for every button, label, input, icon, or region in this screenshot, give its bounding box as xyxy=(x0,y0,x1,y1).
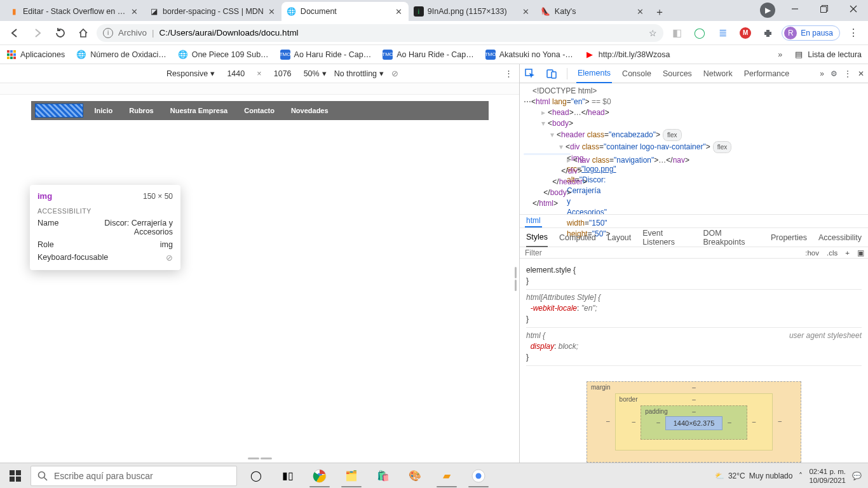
more-tabs-icon[interactable]: » xyxy=(820,69,824,78)
resize-handle-horizontal[interactable] xyxy=(247,455,273,461)
width-input[interactable] xyxy=(222,68,249,79)
gear-icon[interactable]: ⚙ xyxy=(831,69,837,78)
stab-layout[interactable]: Layout xyxy=(607,233,632,242)
minimize-button[interactable] xyxy=(780,0,810,18)
close-icon[interactable]: ✕ xyxy=(268,7,276,16)
menu-button[interactable]: ⋮ xyxy=(844,24,863,43)
tab-katys[interactable]: 👠 Katy's ✕ xyxy=(536,2,650,21)
bookmark-item[interactable]: ▶http://bit.ly/38Wzosa xyxy=(585,50,670,60)
chrome2-icon[interactable] xyxy=(465,463,492,489)
nav-link[interactable]: Contacto xyxy=(244,107,275,114)
device-select[interactable]: Responsive ▾ xyxy=(166,69,215,78)
tab-imgur[interactable]: i 9InAd.png (1157×133) ✕ xyxy=(409,2,536,21)
kebab-icon[interactable]: ⋮ xyxy=(844,69,851,78)
tab-console[interactable]: Console xyxy=(621,64,653,83)
stab-a11y[interactable]: Accessibility xyxy=(818,233,862,242)
stab-styles[interactable]: Styles xyxy=(526,228,548,247)
rotate-icon[interactable]: ⊘ xyxy=(391,69,398,78)
stab-dom-bp[interactable]: DOM Breakpoints xyxy=(703,229,759,247)
overflow-bookmarks-icon[interactable]: » xyxy=(778,50,782,59)
bookmark-item[interactable]: 🌐Número de Oxidaci… xyxy=(76,50,166,60)
maximize-button[interactable] xyxy=(810,0,839,18)
nav-link[interactable]: Rubros xyxy=(129,107,154,114)
tab-network[interactable]: Network xyxy=(702,64,734,83)
tab-stackoverflow[interactable]: ▮ Editar - Stack Overflow en esp ✕ xyxy=(4,2,144,21)
media-control-icon[interactable]: ▶ xyxy=(760,3,775,18)
hov-button[interactable]: :hov xyxy=(801,249,823,257)
cls-button[interactable]: .cls xyxy=(823,249,841,257)
reading-list[interactable]: ▤Lista de lectura xyxy=(794,50,862,60)
new-rule-button[interactable]: + xyxy=(841,249,853,257)
task-view-icon[interactable]: ◯ xyxy=(242,463,270,489)
reload-button[interactable] xyxy=(51,24,70,43)
nav-link[interactable]: Novedades xyxy=(291,107,329,114)
ext-icon-1[interactable]: ◧ xyxy=(667,24,686,43)
close-devtools-icon[interactable]: ✕ xyxy=(858,69,864,78)
crumb-html[interactable]: html xyxy=(525,215,542,227)
forward-button[interactable] xyxy=(28,24,47,43)
resize-handle-vertical[interactable] xyxy=(512,266,519,292)
ext-icon-2[interactable]: ◯ xyxy=(690,24,709,43)
close-icon[interactable]: ✕ xyxy=(395,7,403,16)
tab-document[interactable]: 🌐 Document ✕ xyxy=(281,2,409,21)
tray-chevron-icon[interactable]: ˄ xyxy=(799,471,803,480)
flex-badge[interactable]: flex xyxy=(713,141,732,153)
app-icon[interactable]: 🎨 xyxy=(401,463,429,489)
profile-badge[interactable]: R En pausa xyxy=(782,25,840,41)
device-kebab[interactable]: ⋮ xyxy=(505,69,513,78)
tab-sources[interactable]: Sources xyxy=(661,64,693,83)
star-icon[interactable]: ☆ xyxy=(649,28,657,38)
sublime-icon[interactable]: ▰ xyxy=(433,463,461,489)
stab-computed[interactable]: Computed xyxy=(559,233,596,242)
clock[interactable]: 02:41 p. m. 10/09/2021 xyxy=(809,467,846,485)
start-button[interactable] xyxy=(0,463,31,489)
bookmark-item[interactable]: TMOAo Haru Ride - Cap… xyxy=(280,50,372,60)
stab-listeners[interactable]: Event Listeners xyxy=(642,229,691,247)
dom-tree[interactable]: <!DOCTYPE html> ⋯<html lang="en"> == $0 … xyxy=(520,83,868,214)
device-mode-icon[interactable] xyxy=(545,67,558,80)
flex-badge[interactable]: flex xyxy=(663,129,682,141)
explorer-icon[interactable]: 🗂️ xyxy=(337,463,365,489)
new-tab-button[interactable]: ＋ xyxy=(650,3,669,21)
nav-link[interactable]: Inicio xyxy=(95,107,113,114)
close-icon[interactable]: ✕ xyxy=(522,7,531,16)
close-icon[interactable]: ✕ xyxy=(636,7,645,16)
inspect-icon[interactable] xyxy=(524,67,536,80)
back-button[interactable] xyxy=(5,24,24,43)
profile-label: En pausa xyxy=(801,29,833,37)
url-bar[interactable]: i Archivo | C:/Users/aurai/Downloads/doc… xyxy=(97,24,663,42)
store-icon[interactable]: 🛍️ xyxy=(369,463,397,489)
tab-mdn[interactable]: ◪ border-spacing - CSS | MDN ✕ xyxy=(144,2,281,21)
bookmark-item[interactable]: 🌐One Piece 109 Sub… xyxy=(178,50,269,60)
zoom-select[interactable]: 50% ▾ xyxy=(304,69,327,78)
bm-content[interactable]: 1440×62.375 xyxy=(665,416,723,430)
bookmark-item[interactable]: TMOAkatsuki no Yona -… xyxy=(485,50,573,60)
home-button[interactable] xyxy=(74,24,93,43)
bookmark-item[interactable]: TMOAo Haru Ride - Cap… xyxy=(383,50,474,60)
extensions-icon[interactable] xyxy=(759,24,778,43)
css-rules[interactable]: element.style { } html[Attributes Style]… xyxy=(520,259,868,370)
sidebar-toggle-icon[interactable]: ▣ xyxy=(853,248,868,257)
notifications-icon[interactable]: 💬 xyxy=(852,471,862,480)
bm-border[interactable]: border – – padding – – 1440×62.375 – – xyxy=(615,393,773,451)
ext-icon-4[interactable]: M xyxy=(736,24,755,43)
taskbar-search[interactable]: Escribe aquí para buscar xyxy=(31,466,237,486)
cortana-icon[interactable]: ▮▯ xyxy=(274,463,302,489)
stab-properties[interactable]: Properties xyxy=(771,233,807,242)
weather-widget[interactable]: ⛅ 32°C Muy nublado xyxy=(715,471,793,480)
tab-elements[interactable]: Elements xyxy=(576,64,612,83)
ext-icon-3[interactable]: ≣ xyxy=(713,24,732,43)
info-icon[interactable]: i xyxy=(103,28,113,38)
apps-shortcut[interactable]: Aplicaciones xyxy=(6,50,65,60)
bm-padding[interactable]: padding – – 1440×62.375 – xyxy=(641,405,747,440)
tab-performance[interactable]: Performance xyxy=(743,64,791,83)
svg-rect-11 xyxy=(7,57,10,59)
bm-margin[interactable]: margin – – border – – padding – – 1440×6… xyxy=(587,381,801,463)
close-window-button[interactable] xyxy=(839,0,868,18)
close-icon[interactable]: ✕ xyxy=(130,7,139,16)
chrome-icon[interactable] xyxy=(306,463,334,489)
throttle-select[interactable]: No throttling ▾ xyxy=(334,69,384,78)
nav-link[interactable]: Nuestra Empresa xyxy=(170,107,228,114)
height-input[interactable] xyxy=(269,68,296,79)
filter-input[interactable] xyxy=(520,248,801,257)
